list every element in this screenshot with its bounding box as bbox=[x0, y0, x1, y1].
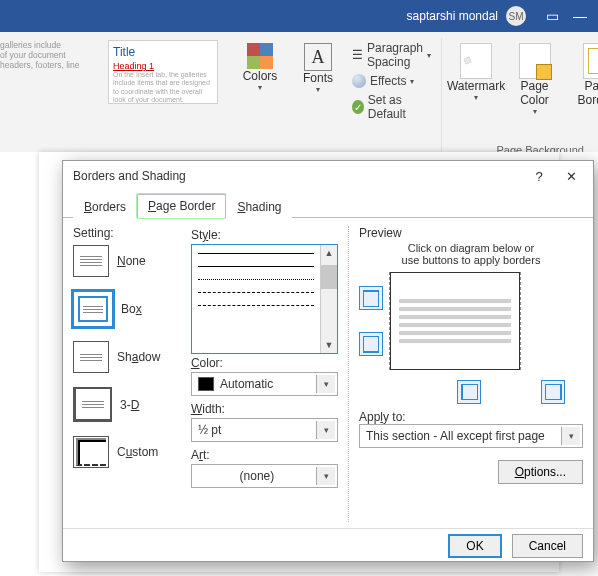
dropdown-icon[interactable]: ▾ bbox=[561, 427, 580, 445]
paragraph-spacing-button[interactable]: ☰ Paragraph Spacing ▾ bbox=[350, 40, 433, 70]
effects-button[interactable]: Effects ▾ bbox=[350, 73, 433, 89]
style-scrollbar[interactable]: ▲ ▼ bbox=[320, 245, 337, 353]
watermark-button[interactable]: ▧ Watermark ▾ bbox=[450, 40, 502, 105]
watermark-icon: ▧ bbox=[460, 43, 492, 79]
style-column: Style:Style: ▲ ▼ Color:Color: bbox=[191, 226, 338, 522]
dropdown-icon: ▾ bbox=[258, 83, 262, 92]
setting-shadow-icon bbox=[73, 341, 109, 373]
tab-shading[interactable]: ShadingShading bbox=[226, 195, 292, 218]
setting-3d-icon bbox=[73, 387, 112, 422]
dialog-help-button[interactable]: ? bbox=[523, 163, 555, 189]
style-card-title: Title bbox=[113, 45, 213, 59]
color-label: Color:Color: bbox=[191, 356, 338, 370]
cancel-button[interactable]: Cancel bbox=[512, 534, 583, 558]
tab-borders[interactable]: BBordersorders bbox=[73, 195, 137, 218]
borders-shading-dialog: Borders and Shading ? ✕ BBordersorders P… bbox=[62, 160, 594, 562]
setting-box-icon bbox=[73, 291, 113, 327]
dropdown-icon: ▾ bbox=[533, 107, 537, 116]
style-listbox[interactable]: ▲ ▼ bbox=[191, 244, 338, 354]
page-color-button[interactable]: Page Color ▾ bbox=[508, 40, 561, 119]
art-value: (none) bbox=[198, 469, 316, 483]
apply-to-value: This section - All except first page bbox=[366, 429, 561, 443]
dialog-title: Borders and Shading bbox=[73, 169, 186, 183]
ok-button[interactable]: OK bbox=[448, 534, 501, 558]
user-name: saptarshi mondal bbox=[407, 9, 498, 23]
dropdown-icon: ▾ bbox=[427, 51, 431, 60]
dropdown-icon[interactable]: ▾ bbox=[316, 421, 335, 439]
width-label: Width:Width: bbox=[191, 402, 338, 416]
dialog-close-button[interactable]: ✕ bbox=[555, 163, 587, 189]
preview-right-border-button[interactable] bbox=[541, 380, 565, 404]
preview-hint: Click on diagram below or use buttons to… bbox=[359, 242, 583, 266]
page-color-icon bbox=[519, 43, 551, 79]
ribbon: galleries include of your document heade… bbox=[0, 32, 598, 159]
dropdown-icon: ▾ bbox=[410, 77, 414, 86]
scroll-down-icon[interactable]: ▼ bbox=[321, 337, 337, 353]
spacing-icon: ☰ bbox=[352, 48, 363, 62]
art-combo[interactable]: (none) ▾ bbox=[191, 464, 338, 488]
setting-column: Setting: NoneNone BoxBox ShadowShadow 3-… bbox=[73, 226, 181, 522]
minimize-button[interactable]: — bbox=[566, 2, 594, 30]
window-titlebar: saptarshi mondal SM ▭ — bbox=[0, 0, 598, 32]
dialog-titlebar: Borders and Shading ? ✕ bbox=[63, 161, 593, 191]
colors-icon bbox=[247, 43, 273, 69]
preview-label: Preview bbox=[359, 226, 583, 240]
width-value: ½ pt bbox=[198, 423, 316, 437]
apply-to-label: Apply to:Apply to: bbox=[359, 410, 583, 424]
style-card-heading: Heading 1 bbox=[113, 61, 213, 71]
setting-3d[interactable]: 3-D3-D bbox=[73, 387, 181, 422]
options-button[interactable]: Options...Options... bbox=[498, 460, 583, 484]
width-combo[interactable]: ½ pt ▾ bbox=[191, 418, 338, 442]
set-default-button[interactable]: ✓ Set as Default bbox=[350, 92, 433, 122]
gallery-hint: galleries include of your document heade… bbox=[0, 40, 100, 70]
page-borders-icon bbox=[583, 43, 598, 79]
art-label: Art:Art: bbox=[191, 448, 338, 462]
color-combo[interactable]: Automatic ▾ bbox=[191, 372, 338, 396]
setting-none-icon bbox=[73, 245, 109, 277]
themes-fonts-button[interactable]: A Fonts ▾ bbox=[292, 40, 344, 97]
tab-page-border[interactable]: Page BorderPage Border bbox=[137, 194, 226, 218]
dropdown-icon: ▾ bbox=[316, 85, 320, 94]
setting-custom[interactable]: CustomCustom bbox=[73, 436, 181, 468]
themes-colors-button[interactable]: Colors ▾ bbox=[234, 40, 286, 95]
setting-none[interactable]: NoneNone bbox=[73, 245, 181, 277]
dropdown-icon[interactable]: ▾ bbox=[316, 375, 335, 393]
dropdown-icon: ▾ bbox=[474, 93, 478, 102]
preview-diagram[interactable] bbox=[389, 272, 521, 370]
color-value: Automatic bbox=[220, 377, 316, 391]
style-label: Style:Style: bbox=[191, 228, 338, 242]
setting-box[interactable]: BoxBox bbox=[73, 291, 181, 327]
setting-label: Setting: bbox=[73, 226, 181, 240]
user-avatar[interactable]: SM bbox=[506, 6, 526, 26]
apply-to-combo[interactable]: This section - All except first page ▾ bbox=[359, 424, 583, 448]
page-borders-button[interactable]: Page Borders bbox=[567, 40, 598, 110]
preview-bottom-border-button[interactable] bbox=[359, 332, 383, 356]
document-formatting-gallery[interactable]: galleries include of your document heade… bbox=[0, 40, 218, 104]
preview-top-border-button[interactable] bbox=[359, 286, 383, 310]
preview-column: Preview Click on diagram below or use bu… bbox=[348, 226, 583, 522]
dialog-tabs: BBordersorders Page BorderPage Border Sh… bbox=[63, 193, 593, 218]
dialog-footer: OK Cancel bbox=[63, 528, 593, 563]
dropdown-icon[interactable]: ▾ bbox=[316, 467, 335, 485]
effects-icon bbox=[352, 74, 366, 88]
check-icon: ✓ bbox=[352, 100, 364, 114]
preview-left-border-button[interactable] bbox=[457, 380, 481, 404]
setting-shadow[interactable]: ShadowShadow bbox=[73, 341, 181, 373]
fonts-icon: A bbox=[304, 43, 332, 71]
setting-custom-icon bbox=[73, 436, 109, 468]
scroll-up-icon[interactable]: ▲ bbox=[321, 245, 337, 261]
ribbon-display-options-icon[interactable]: ▭ bbox=[538, 2, 566, 30]
style-set-card[interactable]: Title Heading 1 On the Insert tab, the g… bbox=[108, 40, 218, 104]
